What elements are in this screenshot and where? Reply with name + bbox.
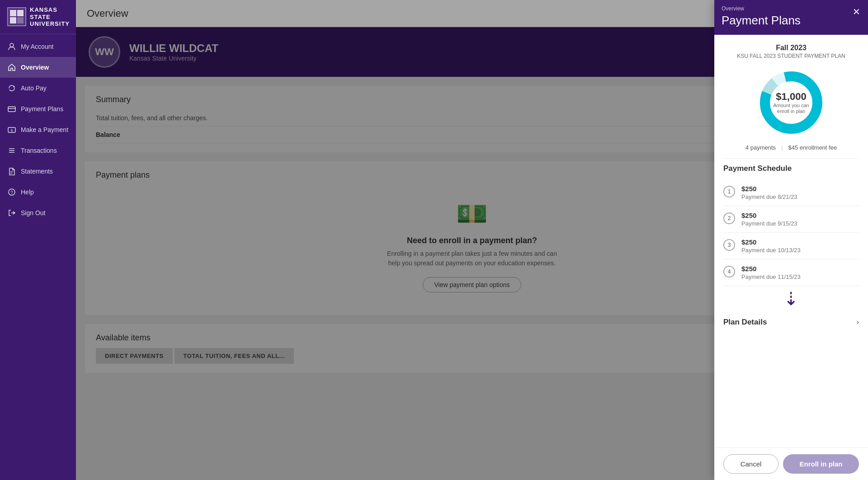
sidebar-item-make-payment[interactable]: $ Make a Payment <box>0 119 76 140</box>
panel-breadcrumb: Overview <box>722 5 861 12</box>
plan-season: Fall 2023 <box>723 44 859 52</box>
svg-rect-1 <box>17 10 24 16</box>
payments-count: 4 payments <box>740 144 781 151</box>
sidebar: KANSAS STATE UNIVERSITY My Account Overv… <box>0 0 76 480</box>
plan-details-label: Plan Details <box>723 318 767 327</box>
university-name: KANSAS STATE UNIVERSITY <box>30 6 70 28</box>
dollar-icon: $ <box>7 125 16 134</box>
logo-icon <box>7 7 26 26</box>
home-icon <box>7 63 16 72</box>
sidebar-label-transactions: Transactions <box>21 147 57 154</box>
cancel-button[interactable]: Cancel <box>723 454 778 474</box>
schedule-num-2: 2 <box>723 212 735 224</box>
schedule-info-1: $250 Payment due 8/21/23 <box>741 185 797 200</box>
schedule-item-1: 1 $250 Payment due 8/21/23 <box>723 179 859 206</box>
sidebar-item-my-account[interactable]: My Account <box>0 36 76 57</box>
sidebar-item-statements[interactable]: Statements <box>0 161 76 182</box>
schedule-amount-4: $250 <box>741 265 801 273</box>
nav-menu: My Account Overview Auto Pay <box>0 34 76 480</box>
svg-point-4 <box>10 43 14 47</box>
schedule-due-3: Payment due 10/13/23 <box>741 247 801 254</box>
schedule-title: Payment Schedule <box>723 162 859 173</box>
schedule-num-1: 1 <box>723 186 735 198</box>
schedule-info-3: $250 Payment due 10/13/23 <box>741 238 801 254</box>
donut-amount: $1,000 <box>773 91 809 103</box>
plan-details-toggle[interactable]: Plan Details › <box>723 311 859 329</box>
schedule-item-2: 2 $250 Payment due 9/15/23 <box>723 206 859 233</box>
enrollment-fee: $45 enrollment fee <box>783 144 842 151</box>
schedule-amount-1: $250 <box>741 185 797 193</box>
sidebar-item-payment-plans[interactable]: Payment Plans <box>0 99 76 119</box>
svg-rect-5 <box>8 107 15 112</box>
sidebar-label-help: Help <box>21 188 34 196</box>
close-panel-button[interactable]: ✕ <box>849 5 863 19</box>
plan-meta: 4 payments | $45 enrollment fee <box>723 144 859 151</box>
schedule-info-2: $250 Payment due 9/15/23 <box>741 212 797 227</box>
schedule-num-3: 3 <box>723 239 735 251</box>
plan-card: Fall 2023 KSU FALL 2023 STUDENT PAYMENT … <box>723 44 859 151</box>
schedule-list: 1 $250 Payment due 8/21/23 2 $250 Paymen… <box>723 179 859 286</box>
sidebar-item-auto-pay[interactable]: Auto Pay <box>0 78 76 99</box>
plan-name: KSU FALL 2023 STUDENT PAYMENT PLAN <box>723 53 859 59</box>
list-icon <box>7 146 16 155</box>
schedule-amount-3: $250 <box>741 238 801 246</box>
panel-footer: Cancel Enroll in plan <box>714 447 868 480</box>
sidebar-item-transactions[interactable]: Transactions <box>0 140 76 161</box>
enroll-in-plan-button[interactable]: Enroll in plan <box>783 454 859 474</box>
sidebar-label-sign-out: Sign Out <box>21 209 45 216</box>
schedule-due-1: Payment due 8/21/23 <box>741 193 797 200</box>
sidebar-item-sign-out[interactable]: Sign Out <box>0 202 76 223</box>
svg-rect-2 <box>10 17 16 24</box>
schedule-item-3: 3 $250 Payment due 10/13/23 <box>723 233 859 259</box>
chevron-down-icon: › <box>857 318 859 326</box>
sidebar-label-payment-plans: Payment Plans <box>21 105 63 113</box>
donut-center: $1,000 Amount you canenroll in plan <box>773 91 809 114</box>
person-icon <box>7 42 16 51</box>
donut-chart: $1,000 Amount you canenroll in plan <box>755 66 827 139</box>
panel-header: Overview Payment Plans ✕ <box>714 0 868 35</box>
schedule-num-4: 4 <box>723 266 735 278</box>
sidebar-label-overview: Overview <box>21 64 49 71</box>
panel-title: Payment Plans <box>722 14 861 28</box>
payment-plans-panel: Overview Payment Plans ✕ Fall 2023 KSU F… <box>714 0 868 480</box>
schedule-item-4: 4 $250 Payment due 11/15/23 <box>723 259 859 286</box>
svg-rect-3 <box>17 17 24 24</box>
svg-text:$: $ <box>11 128 13 132</box>
question-icon: ? <box>7 188 16 197</box>
sidebar-label-make-payment: Make a Payment <box>21 126 68 133</box>
sidebar-label-statements: Statements <box>21 168 53 175</box>
sidebar-item-help[interactable]: ? Help <box>0 182 76 202</box>
schedule-due-4: Payment due 11/15/23 <box>741 273 801 280</box>
panel-body: Fall 2023 KSU FALL 2023 STUDENT PAYMENT … <box>714 35 868 447</box>
logo-area: KANSAS STATE UNIVERSITY <box>0 0 76 34</box>
schedule-amount-2: $250 <box>741 212 797 219</box>
file-icon <box>7 167 16 176</box>
svg-rect-0 <box>10 10 16 16</box>
arrow-decoration: ⇣ <box>723 286 859 311</box>
sidebar-item-overview[interactable]: Overview <box>0 57 76 78</box>
credit-card-icon <box>7 104 16 113</box>
donut-label: Amount you canenroll in plan <box>773 103 809 114</box>
schedule-info-4: $250 Payment due 11/15/23 <box>741 265 801 280</box>
schedule-due-2: Payment due 9/15/23 <box>741 220 797 227</box>
refresh-icon <box>7 84 16 93</box>
svg-text:?: ? <box>10 190 13 195</box>
sidebar-label-auto-pay: Auto Pay <box>21 85 47 92</box>
sidebar-label-my-account: My Account <box>21 43 53 50</box>
exit-icon <box>7 208 16 217</box>
